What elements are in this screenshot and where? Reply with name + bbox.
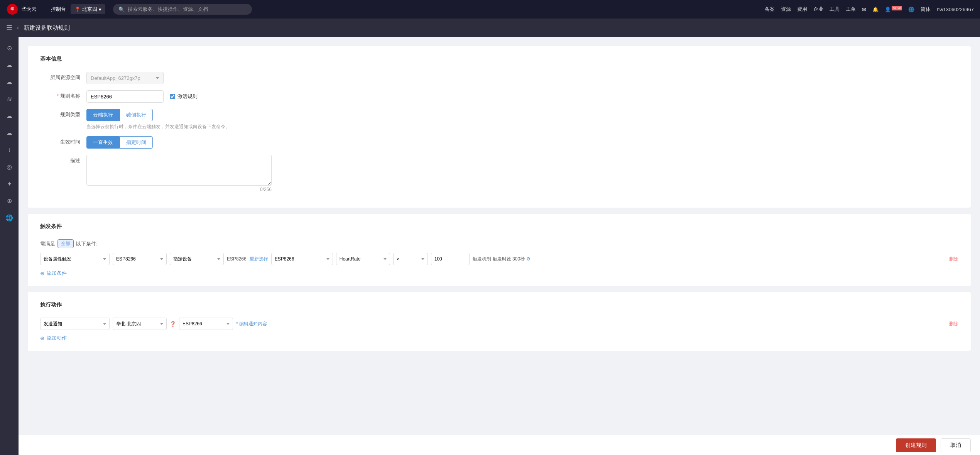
resource-space-label: 所属资源空间 bbox=[40, 72, 86, 81]
rule-type-hint: 当选择云侧执行时，条件在云端触发，并发送通知或向设备下发命令。 bbox=[86, 123, 318, 130]
page-title: 新建设备联动规则 bbox=[24, 24, 70, 32]
sidebar-item-star[interactable]: ✦ bbox=[2, 176, 17, 191]
add-action-label: 添加动作 bbox=[47, 335, 67, 342]
huawei-logo-icon: 华 bbox=[6, 3, 19, 15]
trigger-mechanism-label: 触发机制 bbox=[473, 256, 491, 262]
sidebar-item-cloud3[interactable]: ☁ bbox=[2, 108, 17, 123]
lang-icon[interactable]: 🌐 bbox=[908, 7, 914, 12]
nav-item-tools[interactable]: 工具 bbox=[830, 6, 840, 13]
rule-type-cloud-btn[interactable]: 云端执行 bbox=[86, 109, 120, 121]
activate-rule-text: 激活规则 bbox=[177, 93, 198, 100]
search-bar[interactable]: 🔍 搜索云服务、快捷操作、资源、文档 bbox=[113, 4, 252, 15]
trigger-device-label: ESP8266 bbox=[227, 256, 247, 262]
description-row: 描述 0/256 bbox=[40, 155, 958, 192]
trigger-property-select[interactable]: HeartRate bbox=[336, 253, 390, 265]
action-row-1: 发送通知 华北-北京四 ❓ ESP8266 * 编辑通知内容 删除 bbox=[40, 318, 958, 330]
trigger-value-input[interactable] bbox=[431, 253, 470, 265]
main-content: 基本信息 所属资源空间 DefaultApp_6272gx7p 规则名称 激活规… bbox=[19, 37, 980, 455]
trigger-mechanism-value: 触发时效 300秒 bbox=[493, 256, 525, 262]
rule-name-input[interactable] bbox=[86, 90, 164, 103]
delete-action-link[interactable]: 删除 bbox=[949, 321, 958, 327]
trigger-reselect-link[interactable]: 重新选择 bbox=[250, 256, 268, 262]
sidebar-item-network[interactable]: ≋ bbox=[2, 91, 17, 107]
user-icon[interactable]: 👤NEW bbox=[885, 6, 902, 12]
add-icon: ⊕ bbox=[40, 271, 44, 276]
sidebar: ⊙ ☁ ☁ ≋ ☁ ☁ ↓ ◎ ✦ ⊕ 🌐 bbox=[0, 37, 19, 455]
trigger-select-type-select[interactable]: 指定设备 bbox=[170, 253, 224, 265]
create-rule-button[interactable]: 创建规则 bbox=[896, 438, 936, 452]
specified-time-btn[interactable]: 指定时间 bbox=[120, 136, 153, 149]
back-button[interactable]: ‹ bbox=[17, 24, 19, 31]
valid-time-row: 生效时间 一直生效 指定时间 bbox=[40, 136, 958, 149]
trigger-mechanism: 触发机制 触发时效 300秒 ⚙ bbox=[473, 256, 531, 262]
chevron-down-icon: ▾ bbox=[99, 7, 101, 12]
secondary-navbar: ☰ ‹ 新建设备联动规则 bbox=[0, 19, 980, 37]
top-navbar: 华 华为云 控制台 📍 北京四 ▾ 🔍 搜索云服务、快捷操作、资源、文档 备案 … bbox=[0, 0, 980, 19]
valid-time-control: 一直生效 指定时间 bbox=[86, 136, 318, 149]
region-selector[interactable]: 📍 北京四 ▾ bbox=[71, 4, 105, 14]
rule-type-edge-btn[interactable]: 碳侧执行 bbox=[120, 109, 153, 121]
sidebar-item-download[interactable]: ↓ bbox=[2, 142, 17, 157]
add-action-btn[interactable]: ⊕ 添加动作 bbox=[40, 335, 958, 342]
username[interactable]: hw13060226967 bbox=[937, 7, 974, 12]
action-help-icon[interactable]: ❓ bbox=[170, 321, 176, 327]
nav-item-enterprise[interactable]: 企业 bbox=[813, 6, 823, 13]
new-badge: NEW bbox=[892, 6, 902, 10]
trigger-device1-select[interactable]: ESP8266 bbox=[113, 253, 167, 265]
activate-rule-checkbox[interactable] bbox=[170, 94, 175, 99]
sidebar-item-globe[interactable]: 🌐 bbox=[2, 210, 17, 225]
nav-item-resources[interactable]: 资源 bbox=[781, 6, 791, 13]
sidebar-item-home[interactable]: ⊙ bbox=[2, 40, 17, 56]
resource-space-row: 所属资源空间 DefaultApp_6272gx7p bbox=[40, 72, 958, 84]
trigger-type-select[interactable]: 设备属性触发 bbox=[40, 253, 110, 265]
lang-label[interactable]: 简体 bbox=[921, 6, 931, 13]
action-device-select[interactable]: ESP8266 bbox=[179, 318, 233, 330]
resource-space-select[interactable]: DefaultApp_6272gx7p bbox=[86, 72, 164, 84]
sidebar-item-cloud1[interactable]: ☁ bbox=[2, 57, 17, 73]
trigger-operator-select[interactable]: > bbox=[393, 253, 428, 265]
condition-row-1: 设备属性触发 ESP8266 指定设备 ESP8266 重新选择 ESP8266… bbox=[40, 253, 958, 265]
sidebar-item-circle[interactable]: ◎ bbox=[2, 159, 17, 174]
control-panel-link[interactable]: 控制台 bbox=[51, 6, 66, 13]
rule-type-label: 规则类型 bbox=[40, 109, 86, 118]
description-textarea[interactable] bbox=[86, 155, 272, 186]
search-icon: 🔍 bbox=[118, 7, 125, 12]
add-condition-label: 添加条件 bbox=[47, 270, 67, 277]
rule-type-btn-group: 云端执行 碳侧执行 bbox=[86, 109, 318, 121]
sidebar-item-cloud4[interactable]: ☁ bbox=[2, 125, 17, 140]
trigger-conditions-card: 触发条件 需满足 全部 以下条件: 设备属性触发 ESP8266 指定设备 ES… bbox=[28, 214, 971, 286]
basic-info-card: 基本信息 所属资源空间 DefaultApp_6272gx7p 规则名称 激活规… bbox=[28, 46, 971, 208]
description-control: 0/256 bbox=[86, 155, 318, 192]
mail-icon[interactable]: ✉ bbox=[862, 7, 866, 12]
resource-space-control: DefaultApp_6272gx7p bbox=[86, 72, 318, 84]
basic-info-title: 基本信息 bbox=[40, 56, 958, 64]
action-type-select[interactable]: 发送通知 bbox=[40, 318, 110, 330]
bell-icon[interactable]: 🔔 bbox=[872, 7, 879, 12]
bottom-action-bar: 创建规则 取消 bbox=[19, 435, 980, 455]
nav-item-order[interactable]: 工单 bbox=[846, 6, 856, 13]
rule-name-row: 规则名称 激活规则 bbox=[40, 90, 958, 103]
location-icon: 📍 bbox=[74, 7, 81, 12]
gear-icon[interactable]: ⚙ bbox=[526, 256, 531, 262]
action-region-select[interactable]: 华北-北京四 bbox=[113, 318, 167, 330]
sidebar-item-plus[interactable]: ⊕ bbox=[2, 193, 17, 208]
nav-item-beian[interactable]: 备案 bbox=[765, 6, 775, 13]
action-edit-link[interactable]: * 编辑通知内容 bbox=[236, 321, 267, 327]
nav-item-fees[interactable]: 费用 bbox=[797, 6, 807, 13]
delete-condition-link[interactable]: 删除 bbox=[949, 256, 958, 262]
svg-text:华: 华 bbox=[10, 7, 14, 11]
add-condition-btn[interactable]: ⊕ 添加条件 bbox=[40, 270, 958, 277]
always-active-btn[interactable]: 一直生效 bbox=[86, 136, 120, 149]
menu-icon[interactable]: ☰ bbox=[6, 24, 12, 32]
char-count: 0/256 bbox=[86, 187, 272, 192]
sidebar-item-cloud2[interactable]: ☁ bbox=[2, 74, 17, 90]
valid-time-label: 生效时间 bbox=[40, 136, 86, 145]
all-badge[interactable]: 全部 bbox=[57, 239, 74, 248]
logo-area: 华 华为云 bbox=[6, 3, 37, 15]
activate-rule-checkbox-label[interactable]: 激活规则 bbox=[170, 93, 198, 100]
description-label: 描述 bbox=[40, 155, 86, 164]
cancel-button[interactable]: 取消 bbox=[941, 438, 971, 452]
trigger-conditions-title: 触发条件 bbox=[40, 223, 958, 232]
trigger-device2-select[interactable]: ESP8266 bbox=[271, 253, 333, 265]
rule-name-label: 规则名称 bbox=[40, 90, 86, 100]
